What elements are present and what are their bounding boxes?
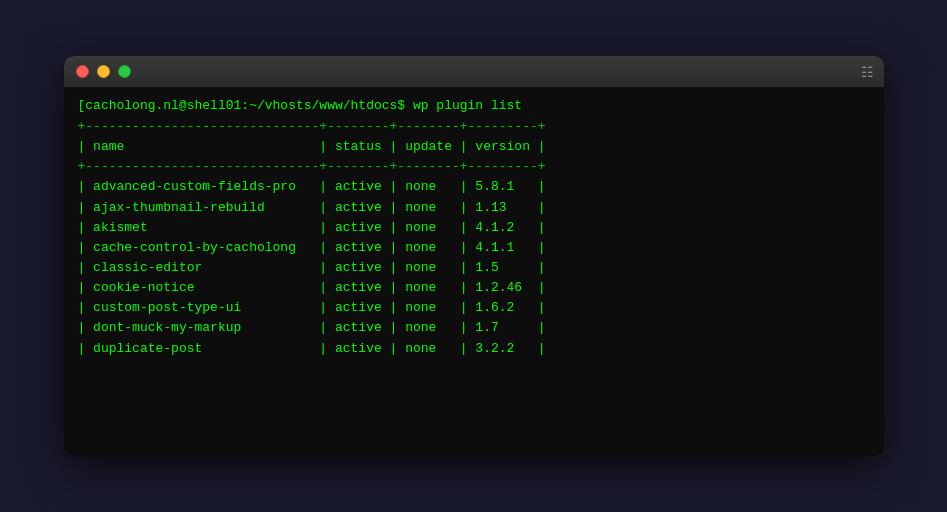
table-row: | cookie-notice | active | none | 1.2.46…: [78, 278, 870, 298]
prompt: [cacholong.nl@shell01:~/vhosts/www/htdoc…: [78, 98, 523, 113]
traffic-lights: [76, 65, 131, 78]
separator-header: +------------------------------+--------…: [78, 157, 870, 177]
terminal-window: ☷ [cacholong.nl@shell01:~/vhosts/www/htd…: [64, 56, 884, 456]
table-row: | akismet | active | none | 4.1.2 |: [78, 218, 870, 238]
scroll-icon: ☷: [861, 63, 874, 80]
terminal-content: [cacholong.nl@shell01:~/vhosts/www/htdoc…: [64, 88, 884, 456]
table-row: | dont-muck-my-markup | active | none | …: [78, 318, 870, 338]
plugin-table: +------------------------------+--------…: [78, 117, 870, 359]
table-header: | name | status | update | version |: [78, 137, 870, 157]
minimize-button[interactable]: [97, 65, 110, 78]
table-rows: | advanced-custom-fields-pro | active | …: [78, 177, 870, 358]
table-row: | advanced-custom-fields-pro | active | …: [78, 177, 870, 197]
table-row: | duplicate-post | active | none | 3.2.2…: [78, 339, 870, 359]
title-bar: ☷: [64, 56, 884, 88]
table-row: | classic-editor | active | none | 1.5 |: [78, 258, 870, 278]
close-button[interactable]: [76, 65, 89, 78]
command-line: [cacholong.nl@shell01:~/vhosts/www/htdoc…: [78, 98, 870, 113]
maximize-button[interactable]: [118, 65, 131, 78]
table-row: | cache-control-by-cacholong | active | …: [78, 238, 870, 258]
table-row: | custom-post-type-ui | active | none | …: [78, 298, 870, 318]
separator-top: +------------------------------+--------…: [78, 117, 870, 137]
table-row: | ajax-thumbnail-rebuild | active | none…: [78, 198, 870, 218]
